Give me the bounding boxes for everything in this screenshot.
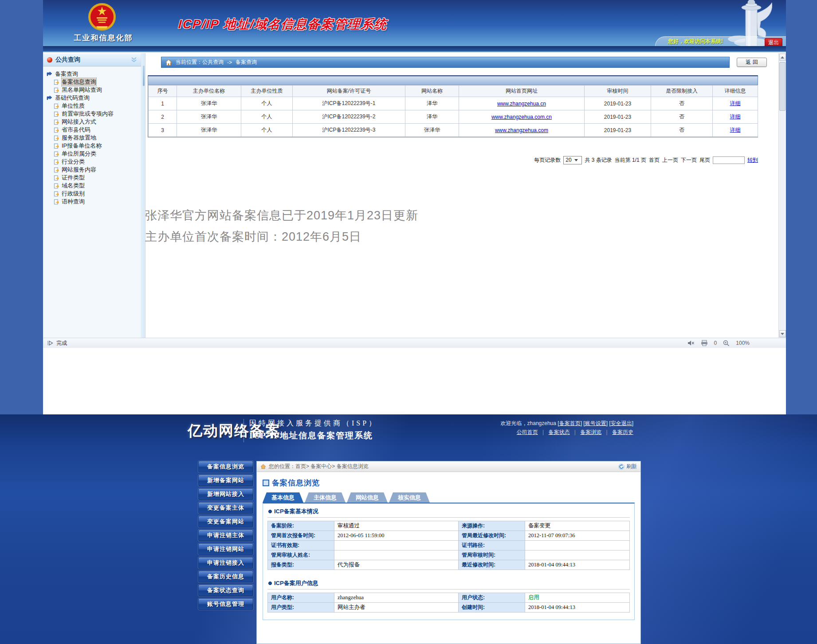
menu-cancel-site[interactable]: 申请注销网站 [198, 543, 253, 555]
panel-breadcrumb-path: 您的位置：首页> 备案中心> 备案信息浏览 [269, 463, 369, 470]
filing-status-link[interactable]: 备案状态 [548, 429, 570, 435]
per-page-label: 每页记录数 [534, 156, 561, 164]
tree-item-language-query[interactable]: 语种查询 [47, 198, 139, 206]
tree-item-industry-category[interactable]: 行业分类 [47, 158, 139, 166]
back-button[interactable]: 返 回 [737, 58, 767, 67]
filing-home-link[interactable]: [备案首页] [558, 420, 582, 426]
filing-history-link[interactable]: 备案历史 [612, 429, 633, 435]
info-row: 报备类型: 代为报备 最近修改时间: 2018-01-04 09:44:13 [268, 560, 630, 570]
total-records: 共 3 条记录 [585, 156, 612, 164]
detail-link[interactable]: 详细 [730, 127, 741, 133]
detail-link[interactable]: 详细 [730, 100, 741, 106]
menu-filing-status-query[interactable]: 备案状态查询 [198, 585, 253, 596]
account-settings-link[interactable]: [账号设置] [583, 420, 608, 426]
menu-cancel-access[interactable]: 申请注销接入 [198, 557, 253, 569]
tree-item-province-code[interactable]: 省市县代码 [47, 126, 139, 134]
info-row: 用户类型: 网站主办者 创建时间: 2018-01-04 09:44:13 [268, 603, 630, 613]
sidebar-title: 公共查询 [55, 56, 80, 64]
last-page-link[interactable]: 尾页 [699, 156, 710, 164]
cell-site-url: www.zhangzehua.com.cn [459, 110, 585, 124]
tab-content: ICP备案基本情况 备案阶段: 审核通过 来源操作: 备案变更 管局首次报备时间… [263, 503, 635, 620]
vertical-scrollbar[interactable] [778, 53, 786, 338]
zoom-level: 100% [736, 340, 750, 346]
tab-subject-info[interactable]: 主体信息 [305, 492, 346, 503]
info-value: 代为报备 [334, 560, 459, 570]
tree-item-ip-report-unit[interactable]: IP报备单位名称 [47, 142, 139, 150]
tab-verify-info[interactable]: 核实信息 [389, 492, 430, 503]
tree-item-filing-info-query[interactable]: 备案信息查询 [47, 78, 139, 86]
tab-basic-info[interactable]: 基本信息 [263, 492, 303, 503]
info-row: 管局首次报备时间: 2012-06-05 11:59:00 管局最近修改时间: … [268, 531, 630, 541]
filing-browse-link[interactable]: 备案浏览 [580, 429, 601, 435]
site-url-link[interactable]: www.zhangzehua.cn [497, 101, 546, 107]
detail-link[interactable]: 详细 [730, 113, 741, 120]
cell-org-nature: 个人 [241, 97, 293, 110]
tree-item-unit-nature[interactable]: 单位性质 [47, 102, 139, 110]
bullet-icon [268, 510, 272, 513]
sidebar-header[interactable]: 公共查询 [43, 53, 141, 66]
scrollbar-thumb[interactable] [779, 62, 786, 111]
company-home-link[interactable]: 公司首页 [517, 429, 538, 435]
tree-item-unit-category[interactable]: 单位所属分类 [47, 150, 139, 158]
sidebar-splitter[interactable] [142, 53, 145, 338]
splitter-handle[interactable] [143, 66, 145, 86]
ministry-label: 工业和信息化部 [68, 33, 139, 43]
refresh-control[interactable]: 刷新 [618, 463, 637, 470]
next-page-link[interactable]: 下一页 [681, 156, 697, 164]
goto-page-input[interactable] [713, 156, 745, 164]
home-icon [165, 59, 172, 66]
info-value-status: 启用 [525, 593, 630, 603]
user-info-table: 用户名称: zhangzehua 用户状态: 启用 用户类型: 网站主办者 创建… [267, 593, 630, 613]
tree-item-certificate-type[interactable]: 证件类型 [47, 174, 139, 182]
site-url-link[interactable]: www.zhangzehua.com [495, 127, 548, 133]
scroll-up-arrow[interactable] [779, 54, 786, 61]
tree-item-blacklist-query[interactable]: 黑名单网站查询 [47, 86, 139, 94]
tree-item-server-location[interactable]: 服务器放置地 [47, 134, 139, 142]
logout-button[interactable]: 退出 [765, 38, 782, 46]
section-title: ICP备案基本情况 [274, 507, 318, 515]
menu-change-filing-site[interactable]: 变更备案网站 [198, 516, 253, 527]
breadcrumb-current: 备案查询 [236, 59, 257, 66]
tab-site-info[interactable]: 网站信息 [347, 492, 388, 503]
tree-group-base-code-query[interactable]: 基础代码查询 [47, 94, 139, 102]
menu-add-filing-site[interactable]: 新增备案网站 [198, 475, 253, 486]
tree-item-access-method[interactable]: 网站接入方式 [47, 118, 139, 126]
public-query-sidebar: 公共查询 备案查询 备案信息查询 黑名单网站查询 [43, 53, 141, 338]
zoom-magnifier-icon[interactable] [723, 340, 730, 347]
menu-filing-info-browse[interactable]: 备案信息浏览 [198, 461, 253, 472]
tree-item-site-service-content[interactable]: 网站服务内容 [47, 166, 139, 174]
page-arrow-icon [54, 127, 59, 133]
menu-add-site-access[interactable]: 新增网站接入 [198, 488, 253, 500]
cell-site-url: www.zhangzehua.cn [459, 97, 585, 110]
tree-item-domain-type[interactable]: 域名类型 [47, 182, 139, 190]
tree-group-filing-query[interactable]: 备案查询 [47, 70, 139, 78]
yidong-filing-section: 亿动网络备案 因特网接入服务提供商（ISP） ICP/IP地址信息备案管理系统 … [0, 414, 817, 644]
menu-cancel-subject[interactable]: 申请注销主体 [198, 530, 253, 541]
system-tagline: ICP/IP地址信息备案管理系统 [249, 430, 378, 441]
menu-filing-history[interactable]: 备案历史信息 [198, 571, 253, 582]
status-text: 完成 [56, 340, 67, 347]
pagination: 每页记录数 20 共 3 条记录 当前第 1/1 页 首页 上一页 下一页 尾页… [148, 156, 758, 164]
info-value: zhangzehua [334, 593, 459, 603]
scroll-down-arrow[interactable] [779, 330, 786, 337]
first-page-link[interactable]: 首页 [649, 156, 660, 164]
speaker-muted-icon[interactable] [687, 340, 695, 346]
tree-item-pre-approval[interactable]: 前置审批或专项内容 [47, 110, 139, 118]
col-header-review-date: 审核时间 [585, 86, 651, 97]
welcome-message: 您好，欢迎访问本系统! [668, 38, 723, 45]
page-arrow-icon [54, 191, 59, 197]
info-value [525, 550, 630, 560]
menu-account-info[interactable]: 账号信息管理 [198, 598, 253, 610]
goto-link[interactable]: 转到 [747, 156, 758, 164]
page-info: 当前第 1/1 页 [615, 156, 646, 164]
panel-title-icon [263, 480, 269, 486]
printer-icon[interactable] [701, 340, 708, 346]
cell-restricted: 否 [651, 110, 713, 124]
per-page-select[interactable]: 20 [563, 156, 582, 164]
prev-page-link[interactable]: 上一页 [662, 156, 678, 164]
safe-logout-link[interactable]: [安全退出] [609, 420, 633, 426]
chevron-down-icon[interactable] [131, 57, 137, 62]
site-url-link[interactable]: www.zhangzehua.com.cn [491, 114, 552, 120]
tree-item-admin-level[interactable]: 行政级别 [47, 190, 139, 198]
menu-change-filing-subject[interactable]: 变更备案主体 [198, 502, 253, 514]
